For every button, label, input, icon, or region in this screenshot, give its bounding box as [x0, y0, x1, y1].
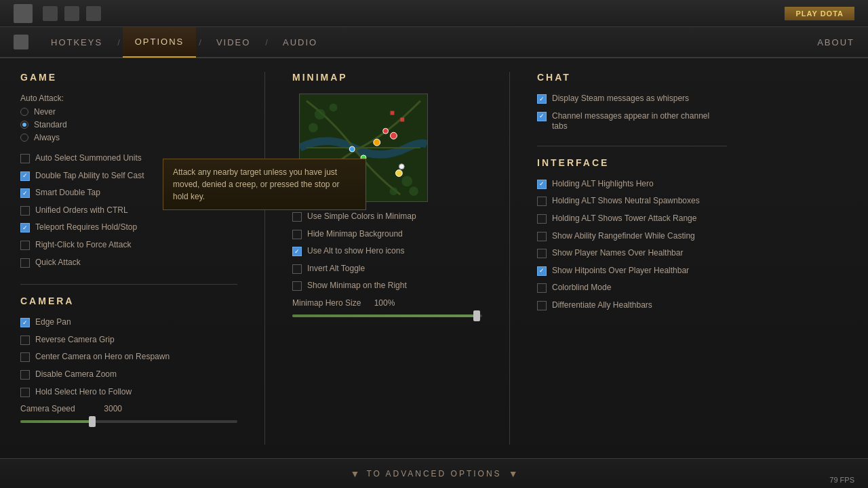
cb-teleport-hold[interactable]: Teleport Requires Hold/Stop	[20, 222, 237, 233]
fps-counter: 79 FPS	[829, 476, 854, 484]
cb-unified-orders-box[interactable]	[20, 206, 30, 216]
nav-about[interactable]: ABOUT	[817, 37, 854, 47]
cb-unified-orders-label: Unified Orders with CTRL	[35, 205, 128, 216]
cb-use-alt-hero[interactable]: Use Alt to show Hero icons	[292, 246, 482, 257]
cb-center-hero[interactable]: Center Camera on Hero on Respawn	[20, 352, 237, 363]
cb-double-tap-box[interactable]	[20, 171, 30, 181]
cb-channel-tabs-box[interactable]	[537, 112, 547, 121]
cb-hold-follow-box[interactable]	[20, 388, 30, 397]
store-icon	[86, 6, 101, 21]
nav-audio[interactable]: AUDIO	[271, 26, 330, 58]
cb-simple-colors-box[interactable]	[292, 212, 302, 222]
cb-show-right-box[interactable]	[292, 281, 302, 291]
cb-holding-alt-hero-box[interactable]	[537, 180, 547, 189]
cb-player-names[interactable]: Show Player Names Over Healthbar	[537, 248, 727, 259]
interface-divider	[537, 146, 727, 146]
radio-standard-box[interactable]	[20, 121, 28, 129]
cb-differentiate-ally[interactable]: Differentiate Ally Healthbars	[537, 300, 727, 311]
cb-invert-alt[interactable]: Invert Alt Toggle	[292, 264, 482, 274]
camera-speed-track[interactable]	[20, 420, 237, 423]
cb-reverse-grip-box[interactable]	[20, 336, 30, 345]
cb-reverse-grip[interactable]: Reverse Camera Grip	[20, 335, 237, 346]
cb-right-click-force[interactable]: Right-Click to Force Attack	[20, 240, 237, 251]
cb-holding-alt-hero[interactable]: Holding ALT Highlights Hero	[537, 179, 727, 190]
cb-holding-alt-spawn-box[interactable]	[537, 197, 547, 206]
cb-invert-alt-box[interactable]	[292, 264, 302, 274]
cb-holding-alt-tower[interactable]: Holding ALT Shows Tower Attack Range	[537, 214, 727, 224]
cb-edge-pan-box[interactable]	[20, 318, 30, 327]
top-bar-icons	[43, 6, 101, 21]
cb-player-names-box[interactable]	[537, 249, 547, 258]
hero-size-container: Minimap Hero Size 100%	[292, 298, 482, 317]
auto-attack-label: Auto Attack:	[20, 94, 237, 103]
cb-disable-zoom[interactable]: Disable Camera Zoom	[20, 369, 237, 380]
svg-point-13	[399, 164, 404, 169]
svg-point-2	[330, 104, 338, 112]
cb-use-alt-hero-box[interactable]	[292, 247, 302, 256]
chat-icon	[64, 6, 79, 21]
cb-holding-alt-spawn[interactable]: Holding ALT Shows Neutral Spawnboxes	[537, 196, 727, 207]
cb-simple-colors[interactable]: Use Simple Colors in Minimap	[292, 211, 482, 222]
hero-size-track[interactable]	[292, 314, 482, 317]
cb-invert-alt-label: Invert Alt Toggle	[307, 264, 365, 274]
cb-edge-pan-label: Edge Pan	[35, 317, 71, 328]
radio-always[interactable]: Always	[20, 133, 237, 142]
play-dota-button[interactable]: PLAY DOTA	[785, 7, 854, 20]
cb-colorblind-box[interactable]	[537, 283, 547, 293]
camera-speed-label: Camera Speed	[20, 404, 88, 413]
friends-icon	[43, 6, 58, 21]
cb-channel-tabs[interactable]: Channel messages appear in other channel…	[537, 111, 727, 132]
svg-point-3	[309, 123, 318, 132]
cb-hitpoints-over-label: Show Hitpoints Over Player Healthbar	[552, 266, 689, 277]
radio-always-label: Always	[34, 133, 60, 142]
cb-disable-zoom-box[interactable]	[20, 370, 30, 380]
radio-standard[interactable]: Standard	[20, 120, 237, 129]
game-section-title: GAME	[20, 72, 237, 83]
cb-hitpoints-over[interactable]: Show Hitpoints Over Player Healthbar	[537, 266, 727, 277]
camera-speed-thumb[interactable]	[89, 416, 96, 427]
cb-hide-bg-box[interactable]	[292, 230, 302, 239]
radio-never-label: Never	[34, 107, 56, 117]
cb-auto-select-box[interactable]	[20, 154, 30, 163]
nav-options[interactable]: OPTIONS	[123, 26, 197, 58]
camera-divider	[20, 284, 237, 285]
cb-steam-messages-box[interactable]	[537, 94, 547, 104]
divider-1	[264, 72, 265, 445]
bottom-bar[interactable]: ▼ TO ADVANCED OPTIONS ▼	[0, 458, 868, 488]
cb-show-right[interactable]: Show Minimap on the Right	[292, 281, 482, 291]
hero-size-row: Minimap Hero Size 100%	[292, 298, 482, 308]
cb-colorblind[interactable]: Colorblind Mode	[537, 283, 727, 293]
cb-differentiate-ally-box[interactable]	[537, 301, 547, 310]
radio-never-box[interactable]	[20, 108, 28, 116]
cb-steam-messages[interactable]: Display Steam messages as whispers	[537, 94, 727, 104]
cb-edge-pan[interactable]: Edge Pan	[20, 317, 237, 328]
cb-steam-messages-label: Display Steam messages as whispers	[552, 94, 689, 104]
cb-differentiate-ally-label: Differentiate Ally Healthbars	[552, 300, 652, 311]
nav-video[interactable]: VIDEO	[204, 26, 262, 58]
cb-show-ability-range[interactable]: Show Ability Rangefinder While Casting	[537, 231, 727, 242]
svg-point-1	[315, 109, 326, 120]
interface-section: INTERFACE Holding ALT Highlights Hero Ho…	[537, 146, 727, 311]
cb-quick-attack[interactable]: Quick Attack	[20, 258, 237, 268]
cb-hide-bg[interactable]: Hide Minimap Background	[292, 229, 482, 240]
advanced-options-label[interactable]: TO ADVANCED OPTIONS	[366, 469, 501, 479]
cb-holding-alt-hero-label: Holding ALT Highlights Hero	[552, 179, 654, 190]
cb-show-ability-range-box[interactable]	[537, 232, 547, 241]
cb-holding-alt-tower-box[interactable]	[537, 214, 547, 224]
cb-center-hero-box[interactable]	[20, 352, 30, 362]
radio-never[interactable]: Never	[20, 107, 237, 117]
cb-hold-follow-label: Hold Select Hero to Follow	[35, 387, 132, 398]
minimap-section: MINIMAP	[279, 72, 496, 445]
hero-size-fill	[292, 314, 477, 317]
cb-hold-follow[interactable]: Hold Select Hero to Follow	[20, 387, 237, 398]
cb-hitpoints-over-box[interactable]	[537, 266, 547, 276]
cb-holding-alt-spawn-label: Holding ALT Shows Neutral Spawnboxes	[552, 196, 700, 207]
cb-smart-double-tap-box[interactable]	[20, 188, 30, 198]
nav-hotkeys[interactable]: HOTKEYS	[39, 26, 115, 58]
cb-quick-attack-box[interactable]	[20, 258, 30, 268]
hero-size-thumb[interactable]	[473, 310, 480, 321]
radio-always-box[interactable]	[20, 134, 28, 142]
cb-right-click-force-box[interactable]	[20, 241, 30, 250]
cb-teleport-hold-box[interactable]	[20, 223, 30, 232]
cb-player-names-label: Show Player Names Over Healthbar	[552, 248, 683, 259]
